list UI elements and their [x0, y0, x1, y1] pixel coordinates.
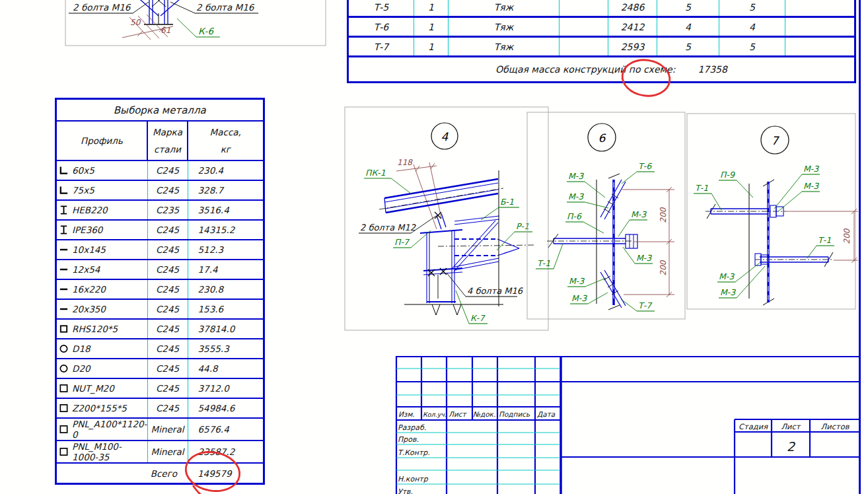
cell-n2: 5 [719, 0, 785, 17]
svg-text:Т-7: Т-7 [638, 300, 653, 310]
svg-text:М-3: М-3 [803, 181, 819, 191]
table-row: Т-6 1 Тяж 2412 4 4 [348, 17, 855, 37]
profile-name: Z200*155*5 [72, 403, 127, 413]
metal-table-row: 75x5С245328.7 [56, 180, 264, 200]
label-pk1: ПК-1 [364, 168, 411, 194]
svg-text:М-3: М-3 [568, 192, 584, 201]
steel-grade: С245 [147, 299, 188, 319]
metal-table-row: PNL_A100*1120-0Mineral6576.4 [56, 418, 264, 441]
profile-name: 12x54 [72, 264, 100, 275]
red-circle-tail [193, 485, 201, 494]
profile-flat-icon [59, 264, 69, 275]
col-sheet: Лист [781, 422, 801, 431]
detail-number: 6 [598, 131, 606, 145]
label-m3-c: М-3 [618, 209, 647, 236]
profile-square-icon [59, 383, 69, 394]
row-prov: Пров. [398, 435, 419, 444]
dim-200: 200 [842, 228, 851, 244]
svg-text:М-3: М-3 [636, 253, 652, 263]
cell-mark: Т-7 [348, 37, 414, 57]
cell-mass: 2486 [608, 0, 657, 17]
metal-table-row: 60x5С245230.4 [56, 160, 264, 180]
mass-value: 44.8 [188, 359, 264, 378]
svg-text:Т-1: Т-1 [818, 235, 831, 245]
profile-name: PNL_M100-1000-35 [72, 441, 147, 462]
total-mass-value: 17358 [698, 64, 727, 75]
cell-qty: 1 [414, 0, 449, 17]
spec-table: Т-5 1 Тяж 2486 5 5 Т-6 1 Тяж 2412 4 4 Т-… [347, 0, 856, 83]
detail-k6-viewport: 50 61 2 болта М16 2 болта М16 К-6 [59, 0, 330, 50]
svg-text:М-3: М-3 [631, 209, 647, 219]
metal-table-footer: Всего 149579 [56, 463, 264, 484]
mass-value: 3555.3 [188, 339, 264, 359]
metal-table-row: D18С2453555.3 [56, 339, 264, 359]
steel-grade: С235 [147, 200, 188, 220]
cell-n2: 4 [719, 17, 785, 37]
cell-mark: Т-6 [348, 17, 414, 37]
table-row: Т-7 1 Тяж 2593 5 5 [348, 37, 855, 57]
col-profile: Профиль [56, 121, 148, 160]
dim-200-bottom: 200 [659, 260, 668, 275]
steel-grade: С245 [147, 319, 188, 339]
steel-grade: С245 [147, 378, 188, 398]
svg-text:М-3: М-3 [571, 293, 587, 303]
svg-text:П-9: П-9 [720, 170, 735, 180]
profile-angle-icon [59, 185, 69, 195]
metal-table-header: Профиль Маркастали Масса,кг [56, 121, 264, 160]
labels: П-9 Т-1 М-3 М-3 Т-1 М-3 М-3 [694, 164, 834, 298]
title-block: Изм. Кол.уч. Лист №док. Подпись Дата Раз… [395, 355, 861, 494]
cell-empty [560, 37, 608, 57]
structure [554, 180, 637, 308]
detail-number: 4 [441, 130, 449, 143]
profile-name: NUT_M20 [72, 383, 114, 394]
label-bolts-m12: 2 болта М12 [359, 216, 436, 233]
mass-value: 153.6 [188, 299, 264, 319]
steel-grade: С245 [147, 240, 188, 260]
label-p9: П-9 [719, 170, 753, 197]
label-m3-e: М-3 [567, 276, 606, 287]
cell-empty [785, 17, 855, 37]
axis [705, 180, 834, 305]
svg-text:М-3: М-3 [720, 287, 736, 297]
steel-grade: Mineral [147, 418, 188, 441]
svg-text:К-6: К-6 [198, 26, 214, 36]
col-steel: Маркастали [147, 121, 188, 160]
profile-square-icon [59, 424, 69, 435]
label-m3-b: М-3 [567, 192, 608, 208]
profile-name: 10x145 [72, 244, 106, 255]
steel-grade: С245 [147, 398, 188, 418]
steel-grade: С245 [147, 339, 188, 359]
steel-grade: С245 [147, 359, 188, 378]
cell-type: Тяж [449, 17, 560, 37]
cell-qty: 1 [414, 17, 449, 37]
cell-n1: 4 [657, 17, 719, 37]
label-m3-f: М-3 [570, 293, 608, 304]
profile-name: HEB220 [72, 205, 108, 215]
svg-text:2 болта М12: 2 болта М12 [360, 223, 416, 232]
detail-number: 7 [772, 134, 780, 147]
mass-value: 230.4 [188, 160, 264, 180]
dim-50: 50 [130, 18, 141, 27]
label-t1-right: Т-1 [807, 235, 834, 258]
metal-table-row: 12x54С24517.4 [56, 260, 264, 279]
label-t6: Т-6 [622, 161, 655, 184]
row-tkontr: Т.Контр. [398, 448, 430, 457]
structure [711, 182, 828, 302]
mark-k6-label: К-6 [177, 18, 220, 37]
profile-name: RHS120*5 [72, 324, 118, 334]
svg-text:П-7: П-7 [394, 237, 410, 247]
profile-ibeam-icon [59, 225, 69, 235]
col-list: Лист [449, 410, 467, 418]
profile-name: D20 [72, 363, 90, 374]
cell-qty: 1 [414, 37, 449, 57]
metal-table-row: 16x220С245230.8 [56, 279, 264, 299]
steel-grade: Mineral [147, 441, 188, 463]
cell-empty [560, 17, 608, 37]
cad-sheet: 50 61 2 болта М16 2 болта М16 К-6 Т-5 1 … [0, 0, 868, 494]
table-footer-row: Общая масса конструкций по схеме: 17358 [348, 57, 855, 83]
svg-text:Т-6: Т-6 [638, 161, 652, 171]
metal-table-row: HEB220С2353516.4 [56, 200, 264, 220]
col-izm: Изм. [398, 410, 415, 418]
profile-name: PNL_A100*1120-0 [72, 419, 147, 440]
svg-text:М-3: М-3 [568, 171, 584, 181]
